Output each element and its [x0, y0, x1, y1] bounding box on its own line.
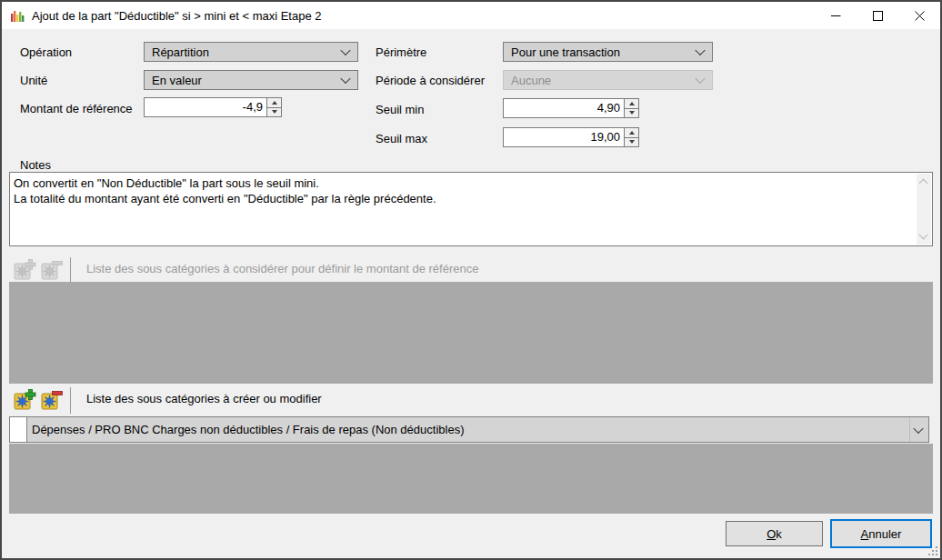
cancel-button[interactable]: Annuler — [830, 519, 932, 548]
periode-selected-value: Aucune — [511, 74, 551, 87]
add-subcategory-button-disabled — [13, 258, 36, 282]
operation-label: Opération — [20, 45, 72, 59]
seuil-max-spinner: 19,00 — [503, 127, 639, 147]
cancel-button-label: Annuler — [861, 527, 902, 541]
notes-scrollbar[interactable] — [917, 174, 931, 245]
spinner-buttons — [624, 128, 638, 146]
notes-textarea[interactable]: On convertit en "Non Déductible" la part… — [9, 172, 933, 246]
arrow-up-icon — [272, 101, 277, 105]
add-subcategory-icon — [13, 388, 36, 412]
chevron-down-icon — [340, 45, 350, 55]
unite-label: Unité — [20, 74, 47, 87]
montant-reference-input[interactable]: -4,9 — [145, 98, 266, 116]
remove-subcategory-button-disabled — [40, 258, 64, 282]
spin-down-button[interactable] — [267, 107, 281, 117]
row-selector-cell[interactable] — [10, 417, 27, 442]
close-icon — [915, 11, 925, 21]
arrow-up-icon — [629, 102, 635, 105]
periode-label: Période à considérer — [376, 74, 485, 87]
chevron-down-icon — [695, 45, 705, 55]
minimize-icon — [831, 11, 841, 21]
modify-subcategories-list[interactable] — [9, 444, 933, 514]
spin-up-button[interactable] — [625, 99, 638, 108]
spin-down-button[interactable] — [625, 137, 638, 147]
arrow-down-icon — [629, 111, 635, 115]
reference-subcategories-list[interactable] — [9, 282, 933, 384]
spin-up-button[interactable] — [625, 128, 638, 137]
chevron-down-icon — [340, 74, 350, 84]
seuil-min-input[interactable]: 4,90 — [504, 99, 624, 117]
perimetre-selected-value: Pour une transaction — [511, 45, 620, 59]
operation-select[interactable]: Répartition — [144, 42, 358, 62]
add-subcategory-icon — [13, 258, 36, 282]
periode-select-disabled: Aucune — [503, 70, 713, 90]
maximize-button[interactable] — [857, 2, 898, 29]
title-bar: Ajout de la part "Déductible" si > mini … — [2, 2, 940, 29]
seuil-max-input[interactable]: 19,00 — [504, 128, 624, 146]
spinner-buttons — [266, 98, 281, 116]
maximize-icon — [873, 11, 883, 21]
app-bar-chart-icon — [10, 8, 25, 23]
modify-list-label: Liste des sous catégories à créer ou mod… — [86, 392, 322, 405]
remove-subcategory-icon — [40, 258, 64, 282]
window-title: Ajout de la part "Déductible" si > mini … — [32, 9, 322, 23]
spin-up-button[interactable] — [267, 98, 281, 107]
remove-subcategory-icon — [40, 388, 64, 412]
seuil-max-label: Seuil max — [376, 132, 427, 145]
toolbar-separator — [70, 387, 71, 414]
window-controls — [815, 2, 940, 29]
ok-button[interactable]: Ok — [726, 521, 823, 546]
perimetre-label: Périmètre — [376, 45, 426, 59]
resize-grip[interactable] — [936, 554, 937, 555]
notes-text: On convertit en "Non Déductible" la part… — [14, 175, 912, 206]
arrow-up-icon — [629, 131, 635, 135]
category-select-dropdown-button[interactable] — [909, 417, 928, 442]
arrow-down-icon — [629, 140, 635, 144]
ok-button-label: Ok — [767, 527, 782, 541]
category-grid-row: Dépenses / PRO BNC Charges non déductibl… — [9, 416, 929, 443]
perimetre-select[interactable]: Pour une transaction — [503, 42, 713, 62]
unite-selected-value: En valeur — [152, 74, 202, 87]
montant-reference-spinner: -4,9 — [144, 97, 282, 117]
category-select[interactable]: Dépenses / PRO BNC Charges non déductibl… — [27, 417, 909, 442]
close-button[interactable] — [898, 2, 940, 29]
notes-label: Notes — [20, 158, 51, 172]
spinner-buttons — [624, 99, 638, 117]
category-selected-value: Dépenses / PRO BNC Charges non déductibl… — [32, 423, 464, 436]
seuil-min-label: Seuil min — [376, 103, 424, 116]
chevron-down-icon — [913, 423, 923, 433]
remove-subcategory-button[interactable] — [40, 388, 64, 412]
scroll-down-icon — [919, 231, 928, 240]
minimize-button[interactable] — [815, 2, 857, 29]
seuil-min-spinner: 4,90 — [503, 98, 639, 118]
arrow-down-icon — [272, 110, 277, 114]
toolbar-separator — [70, 257, 71, 284]
reference-list-label: Liste des sous catégories à considérer p… — [86, 262, 478, 275]
spin-down-button[interactable] — [625, 108, 638, 118]
operation-selected-value: Répartition — [152, 45, 209, 59]
chevron-down-icon — [695, 74, 705, 84]
unite-select[interactable]: En valeur — [144, 70, 358, 90]
scroll-up-icon — [919, 179, 928, 188]
dialog-window: Ajout de la part "Déductible" si > mini … — [0, 0, 942, 560]
add-subcategory-button[interactable] — [13, 388, 36, 412]
montant-reference-label: Montant de référence — [20, 102, 133, 115]
